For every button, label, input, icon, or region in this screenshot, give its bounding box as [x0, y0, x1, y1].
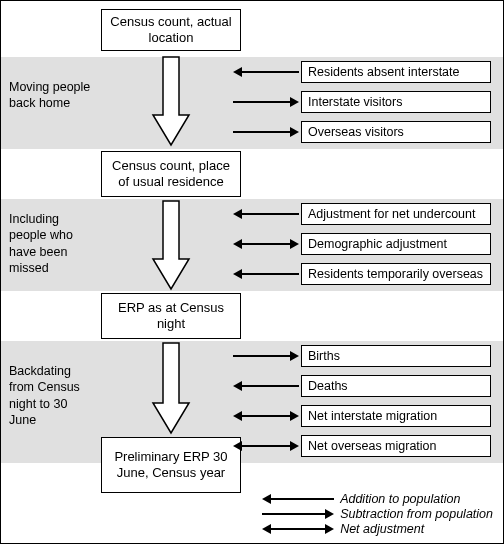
legend-label: Net adjustment — [340, 522, 424, 536]
arrow-s2-0 — [233, 209, 299, 219]
adj-s3-0: Births — [301, 345, 491, 367]
legend-row-addition: Addition to population — [262, 492, 493, 506]
adj-text: Births — [308, 349, 340, 364]
section-label-3: Backdating from Census night to 30 June — [9, 363, 95, 428]
down-arrow-2 — [151, 199, 191, 291]
adj-text: Residents temporarily overseas — [308, 267, 483, 282]
adj-text: Net interstate migration — [308, 409, 437, 424]
down-arrow-1 — [151, 55, 191, 147]
section-label-1: Moving people back home — [9, 79, 95, 112]
arrow-s1-2 — [233, 127, 299, 137]
box-label: Preliminary ERP 30 June, Census year — [108, 449, 234, 482]
legend: Addition to population Subtraction from … — [262, 491, 493, 537]
arrow-s3-2 — [233, 411, 299, 421]
adj-s3-1: Deaths — [301, 375, 491, 397]
arrow-s3-0 — [233, 351, 299, 361]
adj-s1-1: Interstate visitors — [301, 91, 491, 113]
adj-s2-1: Demographic adjustment — [301, 233, 491, 255]
box-census-actual: Census count, actual location — [101, 9, 241, 51]
legend-arrow-subtraction — [262, 509, 334, 519]
arrow-s3-1 — [233, 381, 299, 391]
box-census-por: Census count, place of usual residence — [101, 151, 241, 197]
adj-text: Net overseas migration — [308, 439, 437, 454]
down-arrow-3 — [151, 341, 191, 435]
adj-text: Overseas visitors — [308, 125, 404, 140]
adj-text: Interstate visitors — [308, 95, 402, 110]
legend-arrow-addition — [262, 494, 334, 504]
legend-row-subtraction: Subtraction from population — [262, 507, 493, 521]
adj-s1-0: Residents absent interstate — [301, 61, 491, 83]
arrow-s1-0 — [233, 67, 299, 77]
box-label: ERP as at Census night — [108, 300, 234, 333]
adj-text: Deaths — [308, 379, 348, 394]
adj-text: Adjustment for net undercount — [308, 207, 475, 222]
adj-text: Demographic adjustment — [308, 237, 447, 252]
legend-label: Subtraction from population — [340, 507, 493, 521]
arrow-s3-3 — [233, 441, 299, 451]
adj-s3-2: Net interstate migration — [301, 405, 491, 427]
legend-row-net: Net adjustment — [262, 522, 493, 536]
box-label: Census count, actual location — [108, 14, 234, 47]
arrow-s2-1 — [233, 239, 299, 249]
adj-s3-3: Net overseas migration — [301, 435, 491, 457]
arrow-s2-2 — [233, 269, 299, 279]
adj-s1-2: Overseas visitors — [301, 121, 491, 143]
adj-text: Residents absent interstate — [308, 65, 459, 80]
box-prelim-erp: Preliminary ERP 30 June, Census year — [101, 437, 241, 493]
adj-s2-0: Adjustment for net undercount — [301, 203, 491, 225]
box-erp-census-night: ERP as at Census night — [101, 293, 241, 339]
arrow-s1-1 — [233, 97, 299, 107]
adj-s2-2: Residents temporarily overseas — [301, 263, 491, 285]
section-label-2: Including people who have been missed — [9, 211, 95, 276]
legend-label: Addition to population — [340, 492, 460, 506]
legend-arrow-net — [262, 524, 334, 534]
diagram-frame: Census count, actual location Census cou… — [0, 0, 504, 544]
box-label: Census count, place of usual residence — [108, 158, 234, 191]
